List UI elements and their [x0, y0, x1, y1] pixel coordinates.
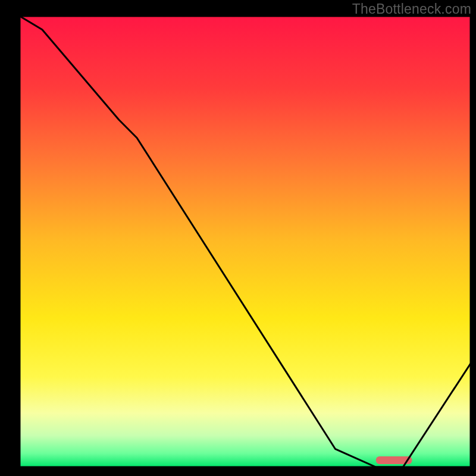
watermark-text: TheBottleneck.com: [352, 1, 471, 17]
chart-container: TheBottleneck.com: [0, 0, 476, 476]
bottleneck-chart: [20, 16, 471, 467]
plot-area: [20, 16, 471, 467]
